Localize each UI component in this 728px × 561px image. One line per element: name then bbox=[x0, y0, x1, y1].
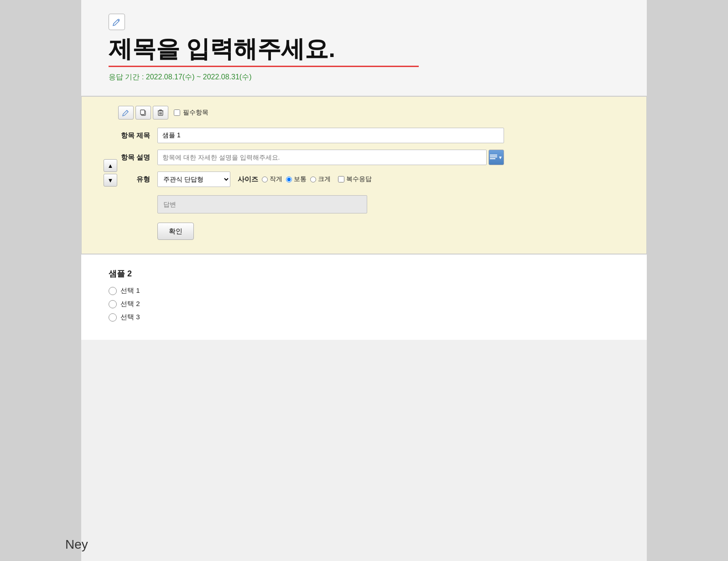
confirm-button[interactable]: 확인 bbox=[157, 223, 194, 240]
required-label: 필수항목 bbox=[183, 109, 208, 117]
lines-icon bbox=[490, 155, 497, 160]
size-label: 사이즈 bbox=[238, 175, 258, 184]
desc-row: 항목 설명 ▼ bbox=[118, 150, 633, 165]
bottom-text: Ney bbox=[65, 537, 88, 552]
svg-rect-3 bbox=[490, 155, 497, 156]
page-title: 제목을 입력해주세요. bbox=[109, 35, 619, 63]
confirm-btn-wrapper: 확인 bbox=[157, 223, 633, 240]
size-small-option[interactable]: 작게 bbox=[262, 175, 282, 183]
copy-icon bbox=[140, 109, 147, 116]
required-checkbox[interactable] bbox=[174, 109, 180, 116]
radio-circle-2 bbox=[109, 300, 117, 308]
option-3-label: 선택 3 bbox=[120, 313, 140, 322]
toolbar-edit-button[interactable] bbox=[118, 106, 134, 119]
size-large-radio[interactable] bbox=[310, 177, 316, 182]
toolbar-pencil-icon bbox=[122, 109, 130, 116]
size-normal-option[interactable]: 보통 bbox=[286, 175, 307, 183]
toolbar-copy-button[interactable] bbox=[135, 106, 151, 119]
radio-circle-1 bbox=[109, 287, 117, 295]
svg-rect-4 bbox=[490, 156, 497, 157]
type-select[interactable]: 주관식 단답형 bbox=[157, 171, 230, 187]
option-2: 선택 2 bbox=[109, 300, 619, 308]
sample2-title: 샘플 2 bbox=[109, 268, 619, 279]
type-label: 유형 bbox=[118, 175, 150, 184]
radio-circle-3 bbox=[109, 313, 117, 322]
title-label: 항목 제목 bbox=[118, 131, 150, 140]
option-1-label: 선택 1 bbox=[120, 286, 140, 295]
preview-section: 샘플 2 선택 1 선택 2 선택 3 bbox=[81, 254, 647, 340]
move-down-button[interactable]: ▼ bbox=[104, 174, 117, 187]
required-checkbox-wrapper: 필수항목 bbox=[174, 109, 208, 117]
multiple-label: 복수응답 bbox=[346, 175, 372, 183]
trash-icon bbox=[157, 109, 164, 116]
date-range: 응답 기간 : 2022.08.17(수) ~ 2022.08.31(수) bbox=[109, 73, 619, 82]
move-buttons: ▲ ▼ bbox=[104, 159, 117, 187]
size-large-option[interactable]: 크게 bbox=[310, 175, 331, 183]
svg-rect-5 bbox=[490, 158, 495, 159]
size-normal-label: 보통 bbox=[294, 175, 307, 183]
size-group: 사이즈 작게 보통 크게 복수응답 bbox=[238, 175, 372, 184]
toolbar-delete-button[interactable] bbox=[153, 106, 168, 119]
move-up-button[interactable]: ▲ bbox=[104, 159, 117, 172]
desc-input[interactable] bbox=[157, 150, 487, 165]
multiple-option[interactable]: 복수응답 bbox=[338, 175, 372, 183]
option-3: 선택 3 bbox=[109, 313, 619, 322]
size-small-label: 작게 bbox=[270, 175, 282, 183]
size-small-radio[interactable] bbox=[262, 177, 268, 182]
desc-label: 항목 설명 bbox=[118, 153, 150, 162]
answer-input[interactable] bbox=[157, 195, 367, 213]
desc-input-wrapper: ▼ bbox=[157, 150, 504, 165]
type-row: 유형 주관식 단답형 사이즈 작게 보통 크게 bbox=[118, 171, 633, 187]
pencil-icon bbox=[113, 18, 121, 26]
toolbar-row: 필수항목 bbox=[118, 106, 633, 119]
title-divider bbox=[109, 66, 419, 67]
edit-panel: ▲ ▼ bbox=[81, 96, 647, 254]
multiple-checkbox[interactable] bbox=[338, 176, 344, 182]
desc-action-button[interactable]: ▼ bbox=[489, 150, 504, 165]
title-row: 항목 제목 bbox=[118, 128, 633, 143]
title-input[interactable] bbox=[157, 128, 504, 143]
svg-rect-1 bbox=[140, 110, 145, 114]
option-2-label: 선택 2 bbox=[120, 300, 140, 308]
header-edit-button[interactable] bbox=[109, 14, 125, 30]
size-large-label: 크게 bbox=[318, 175, 331, 183]
option-1: 선택 1 bbox=[109, 286, 619, 295]
size-normal-radio[interactable] bbox=[286, 177, 292, 182]
